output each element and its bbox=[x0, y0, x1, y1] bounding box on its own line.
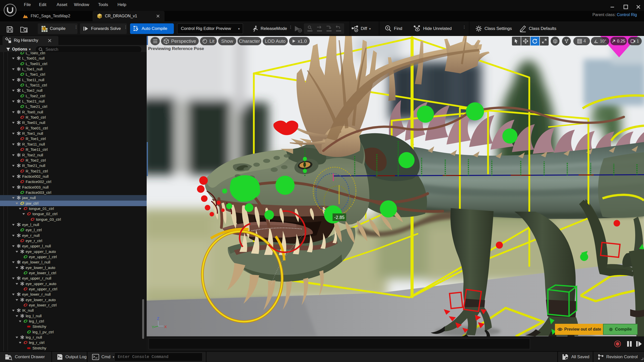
svg-text:Z: Z bbox=[157, 316, 159, 321]
svg-text:?: ? bbox=[43, 27, 45, 31]
svg-text:-2.85: -2.85 bbox=[334, 215, 344, 220]
svg-text:X: X bbox=[164, 325, 167, 329]
svg-text:Y: Y bbox=[152, 325, 154, 329]
